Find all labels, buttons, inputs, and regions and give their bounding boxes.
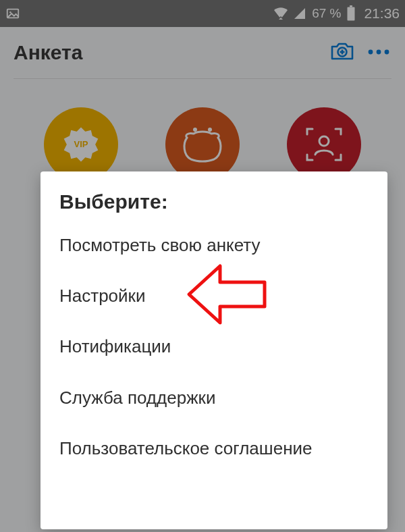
picture-icon (5, 6, 20, 21)
modal-item-notifications[interactable]: Нотификации (59, 321, 369, 372)
modal-item-agreement[interactable]: Пользовательское соглашение (59, 423, 369, 474)
battery-percent: 67 % (312, 6, 341, 21)
svg-point-15 (208, 128, 212, 132)
page-title: Анкета (14, 41, 329, 64)
wallet-button[interactable] (165, 107, 240, 182)
svg-text:VIP: VIP (74, 139, 88, 149)
app-header: Анкета (0, 27, 405, 78)
svg-point-16 (319, 136, 329, 146)
face-scan-button[interactable] (287, 107, 361, 182)
cellular-icon (293, 7, 306, 20)
clock: 21:36 (364, 5, 400, 22)
modal-item-support[interactable]: Служба поддержки (59, 373, 369, 423)
svg-rect-5 (348, 7, 355, 21)
modal-item-view-profile[interactable]: Посмотреть свою анкету (59, 220, 369, 271)
vip-badge-button[interactable]: VIP (44, 107, 118, 182)
modal-title: Выберите: (59, 190, 369, 213)
svg-point-14 (193, 128, 197, 132)
svg-point-10 (377, 50, 381, 55)
battery-icon (346, 5, 356, 22)
more-options-button[interactable] (366, 47, 392, 59)
svg-point-11 (385, 50, 389, 55)
modal-item-settings[interactable]: Настройки (59, 271, 369, 321)
svg-point-1 (9, 11, 11, 14)
options-modal: Выберите: Посмотреть свою анкету Настрой… (40, 171, 387, 529)
svg-rect-4 (350, 5, 352, 7)
status-bar: 67 % 21:36 (0, 0, 405, 27)
camera-add-button[interactable] (329, 40, 355, 65)
svg-point-9 (369, 50, 373, 55)
wifi-icon (273, 7, 289, 20)
header-divider (14, 78, 392, 79)
